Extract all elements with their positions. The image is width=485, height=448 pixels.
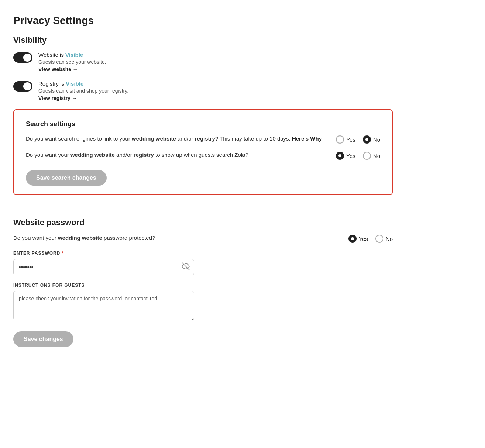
eye-icon[interactable] [182,262,190,272]
search-q1-text: Do you want search engines to link to yo… [26,135,327,143]
view-website-link[interactable]: View Website → [38,66,106,72]
website-status-value: Visible [65,52,83,58]
password-radio-group: Yes No [348,235,393,243]
password-field-label: ENTER PASSWORD * [13,250,393,256]
page-title: Privacy Settings [13,15,393,27]
registry-toggle-row: Registry is Visible Guests can visit and… [13,80,393,101]
instructions-field-label: INSTRUCTIONS FOR GUESTS [13,283,393,288]
search-q2-radio-group: Yes No [336,152,380,160]
website-toggle-slider [13,52,32,63]
search-settings-title: Search settings [26,120,380,128]
search-q2-yes-option[interactable]: Yes [336,152,355,160]
registry-toggle-status: Registry is Visible [38,80,128,87]
search-q2-yes-label: Yes [346,153,355,159]
search-q1-yes-label: Yes [346,137,355,143]
website-toggle-info: Website is Visible Guests can see your w… [38,52,106,72]
password-input-wrap [13,259,194,275]
website-toggle-status: Website is Visible [38,52,106,58]
password-no-circle[interactable] [375,235,383,243]
registry-toggle-wrap[interactable] [13,81,32,92]
password-required-star: * [62,250,64,256]
search-q2-row: Do you want your wedding website and/or … [26,151,380,160]
section-divider [13,207,393,207]
password-no-label: No [386,236,393,242]
registry-toggle-slider [13,81,32,92]
password-yes-circle[interactable] [348,235,357,243]
search-q1-row: Do you want search engines to link to yo… [26,135,380,144]
website-status-prefix: Website is [38,52,65,58]
password-yes-option[interactable]: Yes [348,235,368,243]
password-q-row: Do you want your wedding website passwor… [13,234,393,243]
registry-toggle[interactable] [13,81,32,92]
password-yes-label: Yes [359,236,368,242]
search-q2-yes-circle[interactable] [336,152,344,160]
search-q2-text: Do you want your wedding website and/or … [26,151,327,159]
registry-toggle-info: Registry is Visible Guests can visit and… [38,80,128,101]
website-toggle-desc: Guests can see your website. [38,59,106,65]
registry-toggle-desc: Guests can visit and shop your registry. [38,88,128,94]
password-section-title: Website password [13,218,393,227]
website-toggle[interactable] [13,52,32,63]
password-section: Website password Do you want your weddin… [13,218,393,347]
registry-status-prefix: Registry is [38,80,66,87]
registry-status-value: Visible [66,80,83,87]
search-settings-box: Search settings Do you want search engin… [13,109,393,195]
password-label-text: ENTER PASSWORD [13,251,60,256]
search-q1-radio-group: Yes No [336,135,380,144]
website-toggle-wrap[interactable] [13,52,32,63]
visibility-section-title: Visibility [13,35,393,45]
password-input[interactable] [13,259,194,275]
password-no-option[interactable]: No [375,235,393,243]
search-q2-no-option[interactable]: No [363,152,380,160]
search-q1-no-option[interactable]: No [363,135,380,144]
search-q1-yes-circle[interactable] [336,135,344,144]
password-q-text: Do you want your wedding website passwor… [13,234,340,242]
search-q2-no-label: No [373,153,380,159]
instructions-label-text: INSTRUCTIONS FOR GUESTS [13,283,85,288]
search-q1-yes-option[interactable]: Yes [336,135,355,144]
save-search-changes-button[interactable]: Save search changes [26,170,107,186]
heres-why-link[interactable]: Here's Why [292,135,322,142]
search-q2-no-circle[interactable] [363,152,371,160]
instructions-textarea[interactable]: please check your invitation for the pas… [13,291,194,320]
save-changes-button[interactable]: Save changes [13,331,73,347]
website-toggle-row: Website is Visible Guests can see your w… [13,52,393,72]
search-q1-no-label: No [373,137,380,143]
search-q1-no-circle[interactable] [363,135,371,144]
view-registry-link[interactable]: View registry → [38,95,128,101]
